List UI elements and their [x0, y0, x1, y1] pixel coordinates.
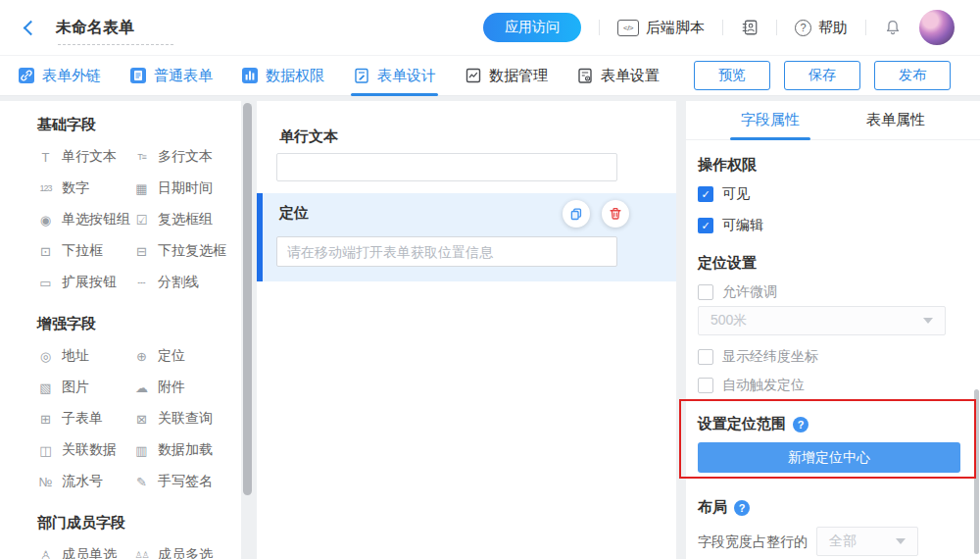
panel-scrollbar-thumb[interactable]: [974, 389, 979, 554]
location-field-selected[interactable]: 定位: [257, 193, 676, 281]
image-icon: ▧: [37, 381, 54, 395]
signature-icon: ✎: [133, 475, 150, 489]
field-item-label: 定位: [158, 347, 185, 365]
tab-field-properties[interactable]: 字段属性: [735, 101, 806, 140]
field-item-label: 单选按钮组: [62, 211, 130, 229]
copy-field-button[interactable]: [563, 200, 590, 228]
field-item-label: 下拉复选框: [158, 242, 226, 260]
range-select[interactable]: 500米: [698, 306, 946, 335]
field-item-label: 数据加载: [158, 441, 213, 459]
help-icon[interactable]: ?: [734, 500, 750, 516]
tab-normal-form[interactable]: 普通表单: [129, 56, 213, 96]
checkbox-unchecked-icon: [698, 284, 713, 300]
checkbox-visible[interactable]: ✓ 可见: [698, 185, 750, 203]
checkbox-checked-icon: ✓: [698, 218, 713, 233]
section-title-permissions: 操作权限: [698, 156, 757, 175]
field-item-image[interactable]: ▧图片: [37, 378, 133, 397]
field-item-linked-data[interactable]: ◫关联数据: [37, 440, 133, 460]
field-item-linked-query[interactable]: ⊠关联查询: [133, 409, 241, 429]
location-icon: ⊕: [133, 349, 150, 364]
chevron-down-icon: [896, 538, 906, 544]
field-item-label: 复选框组: [158, 211, 213, 229]
field-item-attachment[interactable]: ☁附件: [133, 378, 241, 397]
publish-button[interactable]: 发布: [874, 61, 951, 90]
checkbox-auto-trigger[interactable]: 自动触发定位: [698, 377, 805, 394]
field-item-address[interactable]: ◎地址: [37, 346, 133, 366]
section-title-text: 布局: [698, 498, 727, 517]
field-item-label: 分割线: [158, 274, 199, 291]
checkbox-label: 自动触发定位: [722, 377, 805, 394]
multi-line-text-icon: T≡: [133, 152, 150, 162]
dept-member-fields-grid: ♙成员单选 ♙♙成员多选 ▤部门单选 ▤部门多选: [37, 545, 241, 559]
field-item-label: 图片: [62, 379, 89, 396]
extend-button-icon: ▭: [37, 276, 54, 290]
user-avatar[interactable]: [919, 10, 955, 45]
trash-icon: [608, 206, 623, 222]
datetime-icon: ▦: [133, 181, 150, 196]
radio-group-icon: ◉: [37, 213, 54, 228]
field-item-member-multi[interactable]: ♙♙成员多选: [133, 545, 241, 559]
serial-number-icon: №: [37, 475, 54, 489]
field-item-label: 多行文本: [158, 148, 213, 166]
contact-book-icon: [741, 19, 759, 36]
field-item-label: 成员多选: [158, 546, 213, 559]
preview-button[interactable]: 预览: [694, 61, 770, 90]
sidebar-scrollbar-thumb[interactable]: [243, 103, 252, 495]
checkbox-group-icon: ☑: [133, 213, 150, 228]
chevron-down-icon: [923, 318, 933, 324]
checkbox-label: 可见: [722, 185, 750, 203]
tab-data-management[interactable]: 数据管理: [465, 56, 548, 96]
delete-field-button[interactable]: [602, 200, 629, 228]
add-location-center-button[interactable]: 新增定位中心: [698, 442, 960, 473]
field-item-single-line-text[interactable]: T单行文本: [37, 147, 133, 167]
field-item-checkbox-group[interactable]: ☑复选框组: [133, 210, 241, 229]
field-item-radio-group[interactable]: ◉单选按钮组: [37, 210, 133, 229]
field-item-extend-button[interactable]: ▭扩展按钮: [37, 273, 133, 292]
text-field-label: 单行文本: [279, 127, 338, 146]
form-title[interactable]: 未命名表单: [56, 18, 134, 38]
field-item-divider-line[interactable]: ┄分割线: [133, 273, 241, 292]
field-width-select[interactable]: 全部: [816, 527, 918, 556]
field-item-serial-number[interactable]: №流水号: [37, 472, 133, 491]
backend-script-button[interactable]: </> 后端脚本: [617, 19, 705, 37]
field-item-dropdown-multi[interactable]: ⊟下拉复选框: [133, 241, 241, 261]
section-title-location-settings: 定位设置: [698, 254, 757, 273]
form-canvas[interactable]: 单行文本 定位: [257, 101, 676, 559]
field-item-multi-line-text[interactable]: T≡多行文本: [133, 147, 241, 167]
field-item-location[interactable]: ⊕定位: [133, 346, 241, 366]
help-button[interactable]: ? 帮助: [795, 19, 848, 37]
location-field-input[interactable]: [276, 236, 617, 267]
field-item-label: 子表单: [62, 410, 103, 428]
notification-bell-icon[interactable]: [884, 19, 902, 36]
field-item-dropdown[interactable]: ⊡下拉框: [37, 241, 133, 261]
dropdown-multi-icon: ⊟: [133, 244, 150, 259]
field-item-data-load[interactable]: ▥数据加载: [133, 440, 241, 460]
field-item-signature[interactable]: ✎手写签名: [133, 472, 241, 491]
field-item-subform[interactable]: ⊞子表单: [37, 409, 133, 429]
back-icon[interactable]: [24, 20, 39, 35]
save-button[interactable]: 保存: [784, 61, 860, 90]
checkbox-fine-tune[interactable]: 允许微调: [698, 283, 777, 301]
help-icon[interactable]: ?: [793, 417, 808, 432]
tab-form-design[interactable]: 表单设计: [353, 56, 436, 96]
field-item-label: 下拉框: [62, 242, 103, 260]
tab-label: 普通表单: [154, 67, 213, 85]
tab-form-external-link[interactable]: 表单外链: [18, 56, 101, 96]
form-settings-icon: [576, 67, 594, 84]
field-item-member-single[interactable]: ♙成员单选: [37, 545, 133, 559]
contact-book-button[interactable]: [741, 19, 759, 36]
checkbox-show-latlng[interactable]: 显示经纬度坐标: [698, 348, 818, 366]
tab-form-settings[interactable]: 表单设置: [576, 56, 660, 96]
field-item-datetime[interactable]: ▦日期时间: [133, 178, 241, 198]
checkbox-editable[interactable]: ✓ 可编辑: [698, 217, 763, 234]
checkbox-unchecked-icon: [698, 349, 713, 365]
field-item-label: 扩展按钮: [62, 274, 117, 291]
text-field-input[interactable]: [276, 153, 617, 181]
enhanced-fields-grid: ◎地址 ⊕定位 ▧图片 ☁附件 ⊞子表单 ⊠关联查询 ◫关联数据 ▥数据加载 №…: [37, 346, 241, 491]
tab-form-properties[interactable]: 表单属性: [860, 101, 931, 140]
tab-label: 表单设置: [601, 67, 660, 85]
tab-data-permission[interactable]: 数据权限: [241, 56, 324, 96]
app-access-button[interactable]: 应用访问: [483, 13, 581, 42]
field-item-number[interactable]: 123数字: [37, 178, 133, 198]
location-field-label: 定位: [279, 204, 309, 223]
